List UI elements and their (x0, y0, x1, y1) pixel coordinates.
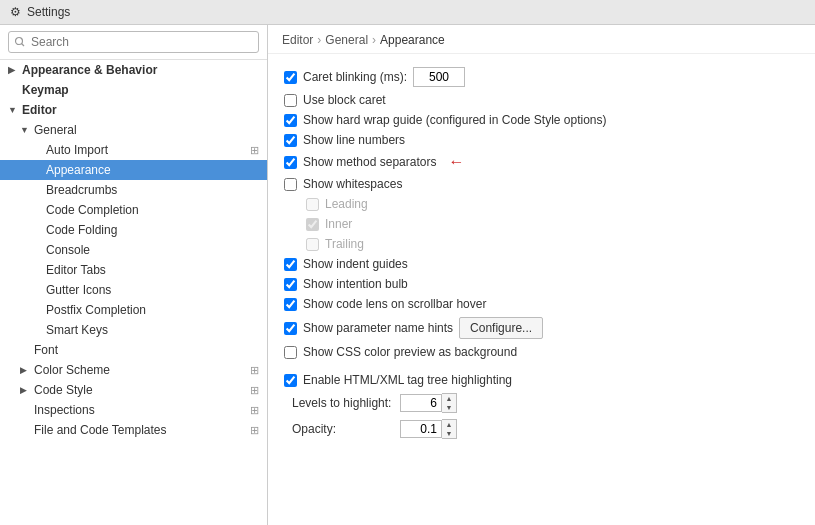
opacity-input[interactable] (400, 420, 442, 438)
tree-icon-file-code-templates: ⊞ (250, 424, 259, 437)
sidebar-item-file-code-templates[interactable]: File and Code Templates⊞ (0, 420, 267, 440)
levels-down-button[interactable]: ▼ (442, 403, 456, 412)
indent-guides-row: Show indent guides (284, 254, 799, 274)
leading-label: Leading (325, 197, 368, 211)
sidebar: ▶Appearance & BehaviorKeymap▼Editor▼Gene… (0, 25, 268, 525)
sidebar-label-code-completion: Code Completion (46, 203, 139, 217)
configure-button[interactable]: Configure... (459, 317, 543, 339)
inner-checkbox[interactable] (306, 218, 319, 231)
intention-bulb-checkbox[interactable] (284, 278, 297, 291)
levels-label: Levels to highlight: (284, 396, 394, 410)
opacity-row: Opacity: ▲ ▼ (284, 416, 799, 442)
indent-guides-label: Show indent guides (303, 257, 408, 271)
sidebar-item-editor-tabs[interactable]: Editor Tabs (0, 260, 267, 280)
breadcrumb-general: General (325, 33, 368, 47)
html-xml-checkbox[interactable] (284, 374, 297, 387)
sidebar-label-code-style: Code Style (34, 383, 93, 397)
arrow-indicator: ← (448, 153, 464, 171)
sidebar-item-keymap[interactable]: Keymap (0, 80, 267, 100)
code-lens-checkbox[interactable] (284, 298, 297, 311)
sidebar-item-gutter-icons[interactable]: Gutter Icons (0, 280, 267, 300)
arrow-icon: ▶ (8, 65, 18, 75)
settings-icon: ⚙ (10, 5, 21, 19)
opacity-up-button[interactable]: ▲ (442, 420, 456, 429)
param-hints-checkbox[interactable] (284, 322, 297, 335)
caret-blinking-checkbox[interactable] (284, 71, 297, 84)
arrow-icon: ▶ (20, 385, 30, 395)
sidebar-label-appearance-behavior: Appearance & Behavior (22, 63, 157, 77)
title-bar: ⚙ Settings (0, 0, 815, 25)
sidebar-item-inspections[interactable]: Inspections⊞ (0, 400, 267, 420)
hard-wrap-checkbox[interactable] (284, 114, 297, 127)
indent-guides-checkbox[interactable] (284, 258, 297, 271)
tree-icon-color-scheme: ⊞ (250, 364, 259, 377)
settings-body: Caret blinking (ms): Use block caret Sho… (268, 54, 815, 452)
line-numbers-label: Show line numbers (303, 133, 405, 147)
use-block-caret-checkbox[interactable] (284, 94, 297, 107)
sidebar-label-inspections: Inspections (34, 403, 95, 417)
caret-blinking-input[interactable] (413, 67, 465, 87)
levels-up-button[interactable]: ▲ (442, 394, 456, 403)
arrow-icon: ▼ (8, 105, 18, 115)
arrow-icon: ▼ (20, 125, 30, 135)
sidebar-label-console: Console (46, 243, 90, 257)
sidebar-item-auto-import[interactable]: Auto Import⊞ (0, 140, 267, 160)
sidebar-tree: ▶Appearance & BehaviorKeymap▼Editor▼Gene… (0, 60, 267, 440)
line-numbers-row: Show line numbers (284, 130, 799, 150)
sidebar-item-smart-keys[interactable]: Smart Keys (0, 320, 267, 340)
sidebar-item-code-completion[interactable]: Code Completion (0, 200, 267, 220)
leading-checkbox[interactable] (306, 198, 319, 211)
method-separators-row: Show method separators ← (284, 150, 799, 174)
opacity-spinner: ▲ ▼ (400, 419, 457, 439)
code-lens-label: Show code lens on scrollbar hover (303, 297, 486, 311)
caret-blinking-row: Caret blinking (ms): (284, 64, 799, 90)
search-input[interactable] (8, 31, 259, 53)
sidebar-item-breadcrumbs[interactable]: Breadcrumbs (0, 180, 267, 200)
main-container: ▶Appearance & BehaviorKeymap▼Editor▼Gene… (0, 25, 815, 525)
sidebar-item-font[interactable]: Font (0, 340, 267, 360)
code-lens-row: Show code lens on scrollbar hover (284, 294, 799, 314)
show-whitespaces-checkbox[interactable] (284, 178, 297, 191)
sidebar-label-keymap: Keymap (22, 83, 69, 97)
sidebar-label-gutter-icons: Gutter Icons (46, 283, 111, 297)
use-block-caret-row: Use block caret (284, 90, 799, 110)
css-color-checkbox[interactable] (284, 346, 297, 359)
sidebar-item-general[interactable]: ▼General (0, 120, 267, 140)
method-separators-checkbox[interactable] (284, 156, 297, 169)
caret-blinking-label: Caret blinking (ms): (303, 70, 407, 84)
sidebar-item-postfix-completion[interactable]: Postfix Completion (0, 300, 267, 320)
sidebar-label-code-folding: Code Folding (46, 223, 117, 237)
hard-wrap-row: Show hard wrap guide (configured in Code… (284, 110, 799, 130)
inner-row: Inner (284, 214, 799, 234)
sidebar-item-editor[interactable]: ▼Editor (0, 100, 267, 120)
arrow-icon: ▶ (20, 365, 30, 375)
sidebar-item-appearance[interactable]: Appearance (0, 160, 267, 180)
breadcrumb-sep1: › (317, 33, 321, 47)
css-color-row: Show CSS color preview as background (284, 342, 799, 362)
opacity-spinner-buttons: ▲ ▼ (442, 419, 457, 439)
sidebar-label-general: General (34, 123, 77, 137)
sidebar-item-color-scheme[interactable]: ▶Color Scheme⊞ (0, 360, 267, 380)
breadcrumb-sep2: › (372, 33, 376, 47)
trailing-label: Trailing (325, 237, 364, 251)
intention-bulb-label: Show intention bulb (303, 277, 408, 291)
param-hints-row: Show parameter name hints Configure... (284, 314, 799, 342)
trailing-row: Trailing (284, 234, 799, 254)
trailing-checkbox[interactable] (306, 238, 319, 251)
breadcrumb-editor: Editor (282, 33, 313, 47)
show-whitespaces-label: Show whitespaces (303, 177, 402, 191)
sidebar-item-appearance-behavior[interactable]: ▶Appearance & Behavior (0, 60, 267, 80)
tree-icon-code-style: ⊞ (250, 384, 259, 397)
levels-input[interactable] (400, 394, 442, 412)
sidebar-item-console[interactable]: Console (0, 240, 267, 260)
sidebar-label-file-code-templates: File and Code Templates (34, 423, 167, 437)
breadcrumb-appearance: Appearance (380, 33, 445, 47)
sidebar-item-code-folding[interactable]: Code Folding (0, 220, 267, 240)
show-whitespaces-row: Show whitespaces (284, 174, 799, 194)
title-text: Settings (27, 5, 70, 19)
inner-label: Inner (325, 217, 352, 231)
opacity-down-button[interactable]: ▼ (442, 429, 456, 438)
sidebar-item-code-style[interactable]: ▶Code Style⊞ (0, 380, 267, 400)
line-numbers-checkbox[interactable] (284, 134, 297, 147)
sidebar-label-smart-keys: Smart Keys (46, 323, 108, 337)
